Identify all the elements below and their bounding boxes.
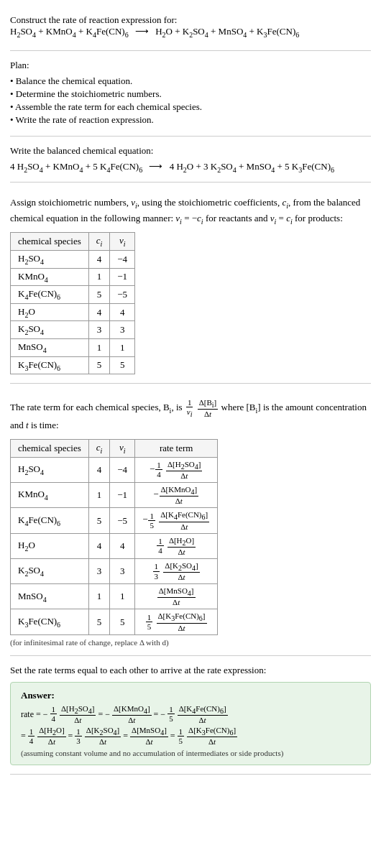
table-row: KMnO4 1 −1 −Δ[KMnO4]Δt bbox=[11, 483, 218, 508]
answer-label: Answer: bbox=[21, 690, 360, 701]
vi-cell: 1 bbox=[110, 584, 135, 609]
answer-box: Answer: rate = − 14 Δ[H2SO4]Δt = − Δ[KMn… bbox=[10, 682, 371, 766]
ci-cell: 1 bbox=[88, 338, 110, 356]
col-header-species: chemical species bbox=[11, 440, 89, 458]
ci-cell: 1 bbox=[88, 584, 110, 609]
vi-cell: 3 bbox=[110, 321, 135, 339]
ci-cell: 4 bbox=[88, 303, 110, 321]
reaction-original: H2SO4 + KMnO4 + K4Fe(CN)6 ⟶ H2O + K2SO4 … bbox=[10, 26, 371, 39]
construct-label: Construct the rate of reaction expressio… bbox=[10, 14, 371, 26]
vi-cell: −5 bbox=[110, 286, 135, 304]
col-header-ci: ci bbox=[88, 440, 110, 458]
ci-cell: 4 bbox=[88, 457, 110, 482]
ci-cell: 5 bbox=[88, 609, 110, 634]
ci-cell: 5 bbox=[88, 508, 110, 533]
species-cell: K3Fe(CN)6 bbox=[11, 609, 89, 634]
rate-cell: −14 Δ[H2SO4]Δt bbox=[135, 457, 218, 482]
rate-cell: −15 Δ[K4Fe(CN)6]Δt bbox=[135, 508, 218, 533]
species-cell: K4Fe(CN)6 bbox=[11, 286, 89, 304]
col-header-species: chemical species bbox=[11, 233, 89, 251]
balanced-label: Write the balanced chemical equation: bbox=[10, 145, 371, 157]
species-cell: MnSO4 bbox=[11, 338, 89, 356]
plan-step-4: Write the rate of reaction expression. bbox=[10, 114, 371, 126]
species-cell: KMnO4 bbox=[11, 483, 89, 508]
ci-cell: 1 bbox=[88, 483, 110, 508]
table-row: MnSO4 1 1 Δ[MnSO4]Δt bbox=[11, 584, 218, 609]
vi-cell: 3 bbox=[110, 558, 135, 583]
vi-cell: −4 bbox=[110, 250, 135, 268]
vi-cell: −4 bbox=[110, 457, 135, 482]
species-cell: H2SO4 bbox=[11, 457, 89, 482]
species-cell: MnSO4 bbox=[11, 584, 89, 609]
balanced-equation: 4 H2SO4 + KMnO4 + 5 K4Fe(CN)6 ⟶ 4 H2O + … bbox=[10, 161, 371, 174]
plan-step-1: Balance the chemical equation. bbox=[10, 75, 371, 87]
table-row: H2O 4 4 14 Δ[H2O]Δt bbox=[11, 533, 218, 558]
vi-cell: −1 bbox=[110, 483, 135, 508]
table-row: H2O 4 4 bbox=[11, 303, 135, 321]
species-cell: K2SO4 bbox=[11, 558, 89, 583]
species-cell: H2SO4 bbox=[11, 250, 89, 268]
col-header-vi: νi bbox=[110, 233, 135, 251]
section-answer: Set the rate terms equal to each other t… bbox=[10, 657, 371, 775]
vi-cell: −1 bbox=[110, 268, 135, 286]
species-cell: K3Fe(CN)6 bbox=[11, 356, 89, 374]
ci-cell: 3 bbox=[88, 558, 110, 583]
table-row: K2SO4 3 3 13 Δ[K2SO4]Δt bbox=[11, 558, 218, 583]
table-row: KMnO4 1 −1 bbox=[11, 268, 135, 286]
table-row: K2SO4 3 3 bbox=[11, 321, 135, 339]
footnote: (for infinitesimal rate of change, repla… bbox=[10, 638, 371, 647]
species-cell: H2O bbox=[11, 303, 89, 321]
section-plan: Plan: Balance the chemical equation. Det… bbox=[10, 52, 371, 137]
rate-cell: Δ[MnSO4]Δt bbox=[135, 584, 218, 609]
rate-cell: −Δ[KMnO4]Δt bbox=[135, 483, 218, 508]
plan-step-2: Determine the stoichiometric numbers. bbox=[10, 88, 371, 100]
rate-cell: 15 Δ[K3Fe(CN)6]Δt bbox=[135, 609, 218, 634]
ci-cell: 4 bbox=[88, 533, 110, 558]
ci-cell: 3 bbox=[88, 321, 110, 339]
table-row: MnSO4 1 1 bbox=[11, 338, 135, 356]
rate-cell: 13 Δ[K2SO4]Δt bbox=[135, 558, 218, 583]
col-header-ci: ci bbox=[88, 233, 110, 251]
assign-text: Assign stoichiometric numbers, νi, using… bbox=[10, 195, 371, 226]
section-construct: Construct the rate of reaction expressio… bbox=[10, 7, 371, 51]
answer-intro: Set the rate terms equal to each other t… bbox=[10, 665, 371, 676]
section-stoichiometry: Assign stoichiometric numbers, νi, using… bbox=[10, 184, 371, 384]
species-cell: K2SO4 bbox=[11, 321, 89, 339]
vi-cell: 1 bbox=[110, 338, 135, 356]
species-cell: K4Fe(CN)6 bbox=[11, 508, 89, 533]
vi-cell: 4 bbox=[110, 533, 135, 558]
rate-line-1: rate = − 14 Δ[H2SO4]Δt = − Δ[KMnO4]Δt = … bbox=[21, 704, 360, 724]
vi-cell: −5 bbox=[110, 508, 135, 533]
answer-rate: rate = − 14 Δ[H2SO4]Δt = − Δ[KMnO4]Δt = … bbox=[21, 704, 360, 747]
col-header-rate: rate term bbox=[135, 440, 218, 458]
rate-line-2: = 14 Δ[H2O]Δt = 13 Δ[K2SO4]Δt = Δ[MnSO4]… bbox=[21, 726, 360, 746]
answer-note: (assuming constant volume and no accumul… bbox=[21, 749, 360, 757]
ci-cell: 1 bbox=[88, 268, 110, 286]
vi-cell: 5 bbox=[110, 356, 135, 374]
section-balanced: Write the balanced chemical equation: 4 … bbox=[10, 138, 371, 183]
plan-label: Plan: bbox=[10, 60, 371, 71]
section-rate-terms: The rate term for each chemical species,… bbox=[10, 385, 371, 656]
stoichiometry-table: chemical species ci νi H2SO4 4 −4 KMnO4 … bbox=[10, 232, 135, 374]
table-row: H2SO4 4 −4 bbox=[11, 250, 135, 268]
table-row: K3Fe(CN)6 5 5 bbox=[11, 356, 135, 374]
species-cell: KMnO4 bbox=[11, 268, 89, 286]
col-header-vi: νi bbox=[110, 440, 135, 458]
vi-cell: 5 bbox=[110, 609, 135, 634]
rate-term-desc: The rate term for each chemical species,… bbox=[10, 398, 371, 433]
plan-list: Balance the chemical equation. Determine… bbox=[10, 75, 371, 126]
ci-cell: 4 bbox=[88, 250, 110, 268]
table-row: K4Fe(CN)6 5 −5 bbox=[11, 286, 135, 304]
vi-cell: 4 bbox=[110, 303, 135, 321]
rate-terms-table: chemical species ci νi rate term H2SO4 4… bbox=[10, 439, 218, 635]
table-row: K3Fe(CN)6 5 5 15 Δ[K3Fe(CN)6]Δt bbox=[11, 609, 218, 634]
ci-cell: 5 bbox=[88, 356, 110, 374]
table-row: H2SO4 4 −4 −14 Δ[H2SO4]Δt bbox=[11, 457, 218, 482]
rate-cell: 14 Δ[H2O]Δt bbox=[135, 533, 218, 558]
ci-cell: 5 bbox=[88, 286, 110, 304]
species-cell: H2O bbox=[11, 533, 89, 558]
table-row: K4Fe(CN)6 5 −5 −15 Δ[K4Fe(CN)6]Δt bbox=[11, 508, 218, 533]
plan-step-3: Assemble the rate term for each chemical… bbox=[10, 101, 371, 113]
